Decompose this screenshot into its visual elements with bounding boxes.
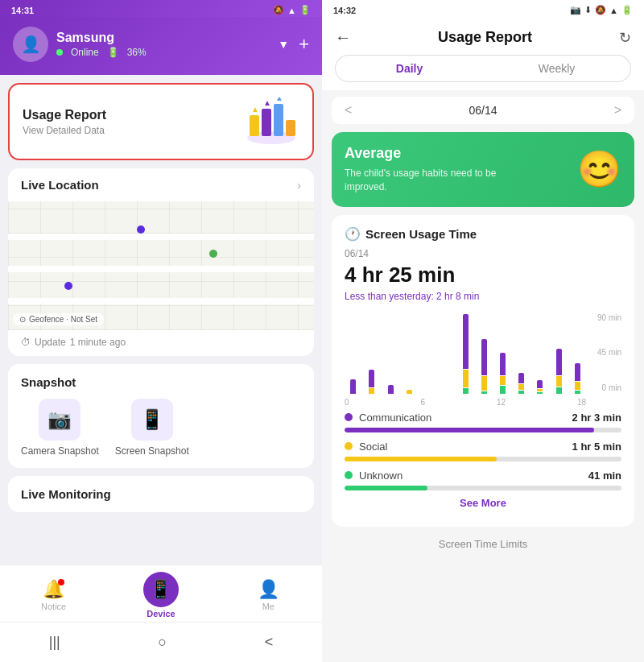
tab-switcher: Daily Weekly (322, 55, 644, 90)
mute-icon: 🔕 (273, 5, 284, 15)
left-status-icons: 🔕 ▲ 🔋 (273, 5, 311, 15)
screen-icon: 📱 (140, 408, 164, 431)
right-time: 14:32 (333, 6, 356, 15)
bar-green-11 (537, 392, 543, 394)
notice-icon-wrapper: 🔔 (43, 579, 64, 600)
x-axis: 0 6 12 18 (345, 398, 586, 407)
avatar: 👤 (13, 27, 48, 62)
svg-rect-3 (274, 104, 283, 136)
online-status: Online (71, 47, 99, 58)
nav-me[interactable]: 👤 Me (244, 579, 292, 611)
nav-notice[interactable]: 🔔 Notice (30, 579, 78, 611)
chart-inner: 0 6 12 18 (345, 312, 586, 408)
y-label-0: 0 min (588, 383, 621, 392)
communication-time: 2 hr 3 min (572, 412, 621, 424)
menu-button[interactable]: ||| (33, 629, 76, 656)
x-label-0: 0 (345, 398, 349, 407)
back-button-right[interactable]: ← (335, 28, 351, 47)
unknown-label: Unknown (359, 470, 402, 482)
nav-device[interactable]: 📱 Device (137, 572, 185, 619)
total-usage-time: 4 hr 25 min (345, 263, 621, 288)
camera-status-icon: 📷 (570, 5, 581, 15)
bar-green-8 (481, 391, 487, 394)
system-nav: ||| ○ < (0, 622, 322, 662)
location-arrow-icon[interactable]: › (297, 179, 301, 192)
screen-snapshot-icon-box: 📱 (131, 399, 173, 441)
see-more-button[interactable]: See More (345, 490, 621, 515)
snapshot-card: Snapshot 📷 Camera Snapshot 📱 Screen Snap… (8, 364, 314, 468)
right-content: < 06/14 > Average The child's usage habi… (322, 90, 644, 662)
y-axis: 90 min 45 min 0 min (588, 312, 621, 394)
unknown-bar (345, 486, 621, 490)
social-dot (345, 442, 353, 450)
screen-time-limits-label: Screen Time Limits (332, 535, 634, 553)
add-icon[interactable]: + (299, 34, 309, 55)
next-date-button[interactable]: > (614, 103, 621, 118)
bar-yellow-13 (575, 382, 580, 389)
left-status-bar: 14:31 🔕 ▲ 🔋 (0, 0, 322, 17)
live-monitoring-title: Live Monitoring (21, 487, 301, 501)
screen-snapshot-item[interactable]: 📱 Screen Snapshot (115, 399, 189, 457)
social-bar-fill (345, 457, 497, 461)
bar-purple-2 (369, 370, 374, 387)
section-header: 🕐 Screen Usage Time (345, 226, 621, 242)
refresh-button[interactable]: ↻ (619, 29, 631, 47)
svg-text:▲: ▲ (251, 105, 259, 114)
me-label: Me (262, 602, 275, 611)
battery-icon: 🔋 (299, 5, 311, 15)
social-time: 1 hr 5 min (572, 441, 621, 453)
right-panel: 14:32 📷 ⬇ 🔕 ▲ 🔋 ← Usage Report ↻ Daily W… (322, 0, 644, 662)
less-than-row: Less than yesterday: 2 hr 8 min (345, 291, 621, 302)
screen-snapshot-label: Screen Snapshot (115, 445, 189, 457)
social-label: Social (359, 441, 387, 453)
bar-yellow-7 (463, 370, 469, 387)
bottom-nav: 🔔 Notice 📱 Device 👤 Me (0, 565, 322, 622)
tab-weekly[interactable]: Weekly (483, 55, 631, 82)
tab-daily[interactable]: Daily (335, 55, 483, 82)
bar-g13 (569, 312, 586, 394)
home-button[interactable]: ○ (142, 629, 183, 656)
snapshot-title: Snapshot (21, 375, 301, 389)
right-header: ← Usage Report ↻ (322, 17, 644, 55)
bar-purple-1 (350, 379, 356, 393)
usage-report-illustration: ▲ ▲ ▲ (243, 97, 299, 146)
online-dot (56, 49, 63, 56)
bar-purple-3 (388, 385, 394, 393)
dropdown-icon[interactable]: ▼ (278, 38, 289, 51)
prev-date-button[interactable]: < (345, 103, 352, 118)
battery-icon-header: 🔋 (107, 47, 119, 58)
legend-communication: Communication 2 hr 3 min (345, 412, 621, 432)
wifi-icon: ▲ (287, 6, 296, 15)
bar-purple-12 (556, 349, 562, 376)
bar-green-9 (500, 386, 506, 393)
chart-area: 90 min 45 min 0 min (345, 312, 621, 408)
back-button[interactable]: < (249, 629, 290, 656)
legend-left-social: Social (345, 441, 387, 453)
usage-report-title: Usage Report (23, 108, 106, 122)
map-road-h1 (8, 234, 314, 240)
usage-report-card[interactable]: Usage Report View Detailed Data ▲ ▲ ▲ (8, 83, 314, 160)
camera-snapshot-item[interactable]: 📷 Camera Snapshot (21, 399, 99, 457)
svg-text:▲: ▲ (263, 98, 271, 107)
bar-g11 (531, 312, 548, 394)
legend-item-communication: Communication 2 hr 3 min (345, 412, 621, 424)
bar-g8 (476, 312, 493, 394)
average-description: The child's usage habits need to be impr… (345, 167, 506, 194)
device-name: Samsung (56, 31, 147, 45)
map-pin-1 (137, 225, 145, 234)
left-main-content: Usage Report View Detailed Data ▲ ▲ ▲ (0, 75, 322, 565)
download-icon: ⬇ (584, 5, 592, 15)
update-time: 1 minute ago (70, 337, 126, 348)
y-label-45: 45 min (588, 348, 621, 357)
unknown-time: 41 min (588, 470, 621, 482)
svg-rect-1 (250, 115, 259, 136)
communication-bar-fill (345, 428, 594, 432)
legend-left-unknown: Unknown (345, 470, 402, 482)
bar-green-13 (575, 391, 580, 394)
unknown-dot (345, 471, 353, 479)
section-title: Screen Usage Time (365, 227, 477, 241)
average-text: Average The child's usage habits need to… (345, 145, 506, 194)
update-icon: ⏱ (21, 337, 31, 348)
header-left: 👤 Samsung Online 🔋 36% (13, 27, 147, 62)
update-row: ⏱ Update 1 minute ago (8, 330, 314, 356)
